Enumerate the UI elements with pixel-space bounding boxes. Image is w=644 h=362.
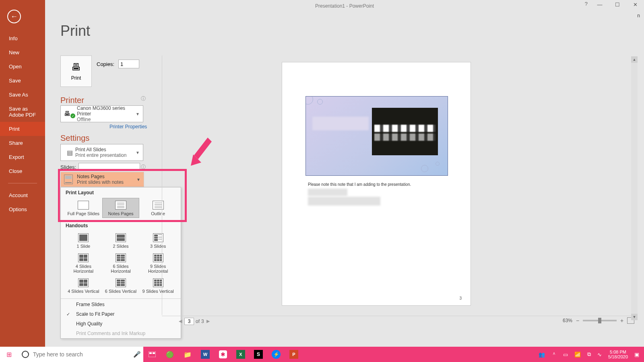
scroll-down-button[interactable]: ▼ <box>631 314 638 320</box>
prev-page-button[interactable]: ◀ <box>177 319 184 324</box>
dropbox-icon[interactable]: ⧉ <box>587 351 591 358</box>
nav-info[interactable]: Info <box>0 31 45 45</box>
nav-options[interactable]: Options <box>0 202 45 216</box>
minimize-button[interactable]: — <box>591 0 609 9</box>
slide-thumbnail <box>305 96 448 176</box>
option-print-comments: Print Comments and Ink Markup <box>61 329 181 338</box>
preview-scrollbar[interactable]: ▲ ▼ <box>631 56 638 320</box>
next-page-button[interactable]: ▶ <box>205 319 211 324</box>
handout-9-horizontal[interactable]: 9 Slides Horizontal <box>139 251 177 276</box>
handout-3-slides[interactable]: 3 Slides <box>139 231 177 251</box>
page-current-input[interactable] <box>184 318 194 325</box>
chevron-down-icon: ▼ <box>136 177 140 182</box>
system-tray: 👥 ＾ ▭ 📶 ⧉ ∿ 5:08 PM 5/18/2020 ▣ <box>534 347 644 362</box>
nav-new[interactable]: New <box>0 45 45 60</box>
notes-pages-icon <box>64 175 73 184</box>
zoom-in-button[interactable]: + <box>619 317 625 324</box>
help-icon[interactable]: ? <box>585 1 588 7</box>
nav-open[interactable]: Open <box>0 60 45 74</box>
printer-icon: 🖶 <box>71 62 81 73</box>
printer-status: Offline <box>77 117 136 122</box>
restore-button[interactable]: ☐ <box>609 0 626 9</box>
nav-save[interactable]: Save <box>0 74 45 88</box>
print-what-title: Print All Slides <box>75 147 136 152</box>
slide-note-text: Please note this note that I am adding t… <box>308 182 411 187</box>
battery-icon[interactable]: ▭ <box>563 352 568 358</box>
nav-divider <box>8 183 37 183</box>
taskbar-app-s[interactable]: S <box>250 347 267 362</box>
taskbar-chrome[interactable]: 🟢 <box>161 347 179 362</box>
task-view-button[interactable] <box>143 347 161 362</box>
handout-6-horizontal[interactable]: 6 Slides Horizontal <box>102 251 140 276</box>
printer-properties-link[interactable]: Printer Properties <box>109 124 147 130</box>
print-button[interactable]: 🖶 Print <box>60 56 92 87</box>
print-layout-label: Print Layout <box>61 187 181 198</box>
nav-close[interactable]: Close <box>0 164 45 178</box>
layout-selector-title: Notes Pages <box>77 174 136 179</box>
handout-4-vertical[interactable]: 4 Slides Vertical <box>65 276 102 296</box>
chevron-down-icon: ▼ <box>136 112 140 116</box>
slides-info-icon[interactable]: ⓘ <box>141 164 146 171</box>
print-what-sub: Print entire presentation <box>75 152 136 158</box>
zoom-slider[interactable] <box>583 320 617 321</box>
nav-print[interactable]: Print <box>0 122 45 136</box>
copies-group: Copies: <box>97 60 139 68</box>
handout-2-slides[interactable]: 2 Slides <box>102 231 140 251</box>
nav-account[interactable]: Account <box>0 188 45 202</box>
taskbar-file-explorer[interactable]: 📁 <box>179 347 196 362</box>
taskbar-slack[interactable]: ✱ <box>214 347 232 362</box>
print-what-selector[interactable]: ▤ Print All Slides Print entire presenta… <box>60 144 143 161</box>
nav-save-as-adobe-pdf[interactable]: Save as Adobe PDF <box>0 102 45 122</box>
page-title: Print <box>60 23 638 39</box>
scroll-up-button[interactable]: ▲ <box>631 56 638 63</box>
taskbar-search[interactable]: 🎤 <box>18 347 143 362</box>
layout-notes-pages[interactable]: Notes Pages <box>102 198 140 218</box>
print-button-label: Print <box>71 75 81 81</box>
wifi-icon[interactable]: 📶 <box>574 352 581 358</box>
slides-range-input[interactable] <box>78 163 140 171</box>
back-button[interactable]: ← <box>7 10 21 23</box>
nav-export[interactable]: Export <box>0 150 45 164</box>
annotation-arrow <box>188 135 213 167</box>
people-icon[interactable]: 👥 <box>539 352 545 358</box>
copies-input[interactable] <box>118 60 139 68</box>
slides-range-label: Slides: <box>60 164 76 170</box>
mic-icon[interactable]: 🎤 <box>130 351 143 358</box>
preview-page-number: 3 <box>459 296 462 300</box>
copies-label: Copies: <box>97 61 114 67</box>
search-input[interactable] <box>33 347 130 362</box>
taskbar: ⊞ 🎤 🟢 📁 W ✱ X S ⚡ P 👥 ＾ ▭ 📶 ⧉ ∿ 5:08 PM … <box>0 347 644 362</box>
slides-range-group: Slides: <box>60 163 140 171</box>
taskbar-word[interactable]: W <box>196 347 214 362</box>
printer-heading: Printer <box>60 96 84 105</box>
full-page-slides-icon <box>78 201 89 210</box>
taskbar-clock[interactable]: 5:08 PM 5/18/2020 <box>608 350 628 359</box>
handout-6-vertical[interactable]: 6 Slides Vertical <box>102 276 140 296</box>
option-frame-slides[interactable]: Frame Slides <box>61 300 181 309</box>
printer-selector[interactable]: 🖶✓ Canon MG3600 series Printer Offline ▼ <box>60 105 143 122</box>
handout-4-horizontal[interactable]: 4 Slides Horizontal <box>65 251 102 276</box>
taskbar-excel[interactable]: X <box>232 347 250 362</box>
handout-9-vertical[interactable]: 9 Slides Vertical <box>139 276 177 296</box>
nav-share[interactable]: Share <box>0 136 45 150</box>
notifications-icon[interactable]: ▣ <box>634 352 639 358</box>
svg-marker-1 <box>191 154 201 166</box>
layout-outline[interactable]: Outline <box>139 198 177 218</box>
settings-heading: Settings <box>60 134 89 143</box>
printer-info-icon[interactable]: ⓘ <box>141 95 146 102</box>
tray-chevron-up-icon[interactable]: ＾ <box>551 351 557 358</box>
print-preview: Please note this note that I am adding t… <box>282 62 471 306</box>
nav-save-as[interactable]: Save As <box>0 88 45 102</box>
handout-1-slide[interactable]: 1 Slide <box>65 231 102 251</box>
zoom-out-button[interactable]: − <box>575 317 580 324</box>
layout-selector[interactable]: Notes Pages Print slides with notes ▼ <box>60 172 144 187</box>
start-button[interactable]: ⊞ <box>0 347 18 362</box>
cortana-icon[interactable] <box>18 347 33 362</box>
taskbar-messenger[interactable]: ⚡ <box>267 347 285 362</box>
handouts-label: Handouts <box>61 220 181 231</box>
touchpad-icon[interactable]: ∿ <box>597 352 602 358</box>
zoom-percent: 63% <box>563 318 572 323</box>
layout-full-page-slides[interactable]: Full Page Slides <box>65 198 102 218</box>
close-button[interactable]: ✕ <box>626 0 644 9</box>
taskbar-powerpoint[interactable]: P <box>285 347 303 362</box>
